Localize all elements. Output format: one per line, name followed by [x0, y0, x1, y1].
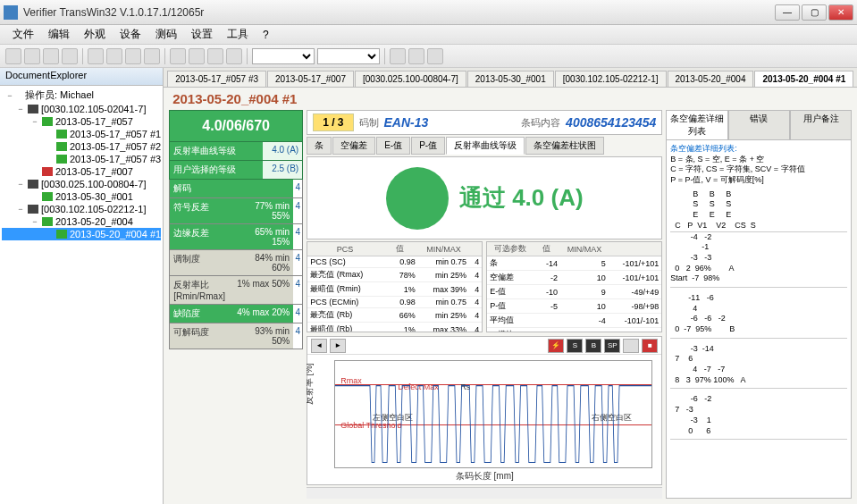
pcs-table: PCS值MIN/MAXPCS (SC)0.98min 0.754最亮值 (Rma… [307, 241, 483, 332]
document-tabs: 2013-05-17_#057 #32013-05-17_#007[0030.0… [164, 68, 857, 88]
tree-node[interactable]: −[0030.025.100-00804-7] [2, 178, 161, 190]
grade-label-1: 用户选择的等级 [170, 161, 263, 179]
graph-tool-red-icon[interactable]: ⚡ [548, 339, 564, 353]
metric-row: 边缘反差65% min 15%4 [169, 224, 303, 250]
tb-print-icon[interactable] [62, 48, 78, 64]
doc-tab[interactable]: 2013-05-20_#004 [668, 71, 754, 87]
detail-tabs: 条空偏差详细列表错误用户备注 [666, 110, 852, 140]
deviation-detail-list[interactable]: 条空偏差详细列表:B = 条, S = 空, E = 条 + 空C = 字符, … [666, 140, 852, 499]
toolbar-combo-2[interactable] [317, 48, 380, 64]
metric-row: 反射率比[Rmin/Rmax]1% max 50%4 [169, 276, 303, 305]
graph-prev-icon[interactable]: ◄ [311, 339, 327, 353]
toolbar [0, 45, 857, 68]
graph-tool-s[interactable]: S [567, 339, 583, 353]
minimize-button[interactable]: — [775, 4, 800, 21]
tb-refresh-icon[interactable] [125, 48, 141, 64]
analysis-subtab[interactable]: E-值 [376, 137, 410, 155]
optional-params-table: 可选参数值MIN/MAX条-145-101/+101空偏差-210-101/+1… [486, 241, 662, 332]
tb-folder-icon[interactable] [144, 48, 160, 64]
analysis-subtab[interactable]: 反射率曲线等级 [446, 137, 525, 155]
maximize-button[interactable]: ▢ [802, 4, 827, 21]
graph-next-icon[interactable]: ► [330, 339, 346, 353]
tb-save-icon[interactable] [43, 48, 59, 64]
graph-xlabel: 条码长度 [mm] [456, 470, 514, 483]
tree-node[interactable]: 2013-05-30_#001 [2, 190, 161, 203]
grade-label-0: 反射率曲线等级 [170, 142, 263, 160]
tb-search-icon[interactable] [88, 48, 104, 64]
tree-node[interactable]: −2013-05-17_#057 [2, 115, 161, 128]
menu-device[interactable]: 设备 [113, 25, 148, 44]
detail-tab[interactable]: 用户备注 [790, 110, 852, 140]
tb-report-icon[interactable] [226, 48, 242, 64]
tb-open-icon[interactable] [24, 48, 40, 64]
code-type-value: EAN-13 [384, 115, 429, 130]
reflectance-plot[interactable]: Rmax Defect Max Rs Global Threshold 左侧空白… [334, 360, 652, 467]
menu-help[interactable]: ? [256, 27, 276, 43]
content-scrollbar[interactable] [307, 487, 662, 499]
code-type-label: 码制 [359, 116, 379, 130]
pass-circle-icon [386, 167, 449, 230]
tb-a-icon[interactable] [408, 48, 424, 64]
detail-tab[interactable]: 错误 [728, 110, 790, 140]
tree-node[interactable]: 2013-05-17_#057 #2 [2, 140, 161, 153]
metric-row: 解码4 [169, 180, 303, 198]
graph-tool-b[interactable]: B [585, 339, 601, 353]
menu-settings[interactable]: 设置 [184, 25, 220, 44]
tb-b-icon[interactable] [427, 48, 443, 64]
tb-scan-icon[interactable] [189, 48, 205, 64]
detail-tab[interactable]: 条空偏差详细列表 [666, 110, 727, 140]
grade-val-0: 4.0 (A) [263, 142, 302, 160]
tree-node[interactable]: 2013-05-17_#057 #3 [2, 153, 161, 165]
tree-node[interactable]: −[0030.102.105-02041-7] [2, 103, 161, 115]
tree-node[interactable]: −[0030.102.105-02212-1] [2, 203, 161, 215]
tb-edit-icon[interactable] [390, 48, 406, 64]
tb-zoom-icon[interactable] [106, 48, 122, 64]
tree-node[interactable]: 2013-05-17_#057 #1 [2, 128, 161, 140]
graph-tool-sp[interactable]: SP [604, 339, 620, 353]
menu-edit[interactable]: 编辑 [41, 25, 77, 44]
close-button[interactable]: ✕ [828, 4, 853, 21]
menu-scan[interactable]: 测码 [148, 25, 184, 44]
reflectance-graph: ◄ ► ⚡ S B SP ■ 反射率 [%] 条码长度 [mm] [307, 336, 662, 484]
analysis-subtab[interactable]: 空偏差 [332, 137, 375, 155]
doc-tab[interactable]: [0030.102.105-02212-1] [555, 71, 667, 87]
metric-row: 符号反差77% min 55%4 [169, 198, 303, 224]
graph-tool-extra-icon[interactable] [623, 339, 639, 353]
doc-tab[interactable]: [0030.025.100-00804-7] [355, 71, 466, 87]
graph-ylabel: 反射率 [%] [307, 363, 315, 405]
menu-file[interactable]: 文件 [5, 25, 41, 44]
content-label: 条码内容 [521, 116, 560, 130]
toolbar-sep [82, 48, 83, 64]
tree-node[interactable]: −2013-05-20_#004 [2, 215, 161, 228]
doc-tab[interactable]: 2013-05-30_#001 [467, 71, 554, 87]
docex-tree[interactable]: −操作员: Michael−[0030.102.105-02041-7]−201… [0, 86, 163, 504]
graph-tool-warn-icon[interactable]: ■ [642, 339, 658, 353]
graph-toolbar: ◄ ► ⚡ S B SP ■ [307, 337, 661, 355]
tb-new-icon[interactable] [5, 48, 21, 64]
docex-header: DocumentExplorer [0, 68, 163, 86]
document-explorer: DocumentExplorer −操作员: Michael−[0030.102… [0, 68, 164, 504]
doc-tab[interactable]: 2013-05-20_#004 #1 [754, 71, 853, 87]
toolbar-combo-1[interactable] [252, 48, 315, 64]
analysis-subtab[interactable]: 条 [307, 137, 332, 155]
tb-config-icon[interactable] [207, 48, 223, 64]
menu-tools[interactable]: 工具 [220, 25, 256, 44]
tree-node[interactable]: 2013-05-20_#004 #1 [2, 228, 161, 240]
analysis-subtab[interactable]: 条空偏差柱状图 [525, 137, 604, 155]
doc-tab[interactable]: 2013-05-17_#007 [267, 71, 354, 87]
document-title: 2013-05-20_#004 #1 [164, 88, 857, 110]
tree-node[interactable]: −操作员: Michael [2, 88, 161, 103]
analysis-subtab[interactable]: P-值 [411, 137, 445, 155]
toolbar-sep [164, 48, 165, 64]
tb-folder2-icon[interactable] [170, 48, 186, 64]
pass-result-box: 通过 4.0 (A) [307, 156, 662, 239]
window-titlebar: Verifier TransWin32 V.1.0.17.1/12065r — … [0, 0, 857, 25]
app-icon [4, 5, 18, 20]
detail-panel: 条空偏差详细列表错误用户备注 条空偏差详细列表:B = 条, S = 空, E … [666, 110, 852, 499]
tree-node[interactable]: 2013-05-17_#007 [2, 165, 161, 178]
doc-tab[interactable]: 2013-05-17_#057 #3 [167, 71, 266, 87]
menu-bar: 文件 编辑 外观 设备 测码 设置 工具 ? [0, 25, 857, 45]
grade-val-1: 2.5 (B) [263, 161, 302, 179]
window-title: Verifier TransWin32 V.1.0.17.1/12065r [23, 6, 775, 19]
menu-view[interactable]: 外观 [77, 25, 113, 44]
